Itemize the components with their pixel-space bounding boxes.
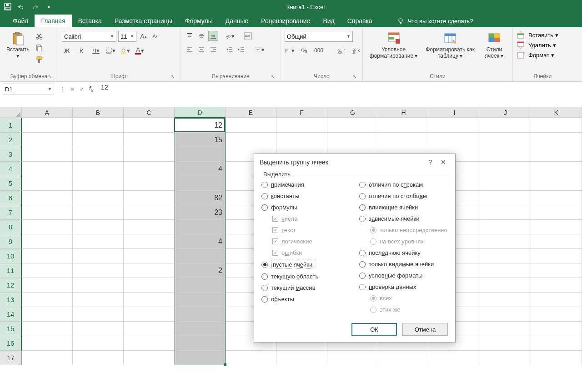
- cell[interactable]: [124, 249, 175, 263]
- tab-insert[interactable]: Вставка: [72, 15, 108, 27]
- cell[interactable]: [73, 176, 124, 191]
- radio-option[interactable]: отличия по строкам: [359, 181, 448, 188]
- cell[interactable]: [480, 133, 531, 147]
- radio-option[interactable]: условные форматы: [359, 272, 448, 279]
- radio-option[interactable]: проверка данных: [359, 283, 448, 290]
- cell[interactable]: [531, 205, 582, 220]
- col-header[interactable]: D: [175, 107, 226, 118]
- row-header[interactable]: 10: [0, 249, 22, 263]
- row-header[interactable]: 11: [0, 263, 22, 278]
- cell[interactable]: [531, 220, 582, 234]
- cell[interactable]: [429, 133, 480, 147]
- cell[interactable]: [22, 307, 73, 322]
- row-header[interactable]: 16: [0, 336, 22, 351]
- cell[interactable]: 82: [175, 191, 226, 205]
- cell[interactable]: [73, 249, 124, 263]
- copy-icon[interactable]: [34, 43, 44, 53]
- cell[interactable]: [531, 133, 582, 147]
- cell[interactable]: [124, 293, 175, 307]
- increase-indent-icon[interactable]: [236, 45, 246, 55]
- cut-icon[interactable]: [34, 31, 44, 41]
- tab-file[interactable]: Файл: [6, 15, 35, 27]
- conditional-formatting-button[interactable]: Условное форматирование ▾: [366, 29, 421, 61]
- cell[interactable]: [124, 176, 175, 191]
- row-header[interactable]: 3: [0, 147, 22, 162]
- cell[interactable]: [124, 162, 175, 176]
- number-format-combo[interactable]: Общий▼: [285, 31, 353, 42]
- radio-option[interactable]: зависимые ячейки: [359, 215, 448, 222]
- format-cells-button[interactable]: Формат ▾: [517, 51, 554, 59]
- row-header[interactable]: 14: [0, 307, 22, 322]
- radio-option[interactable]: текущую область: [261, 273, 350, 280]
- tab-help[interactable]: Справка: [341, 15, 379, 27]
- cell[interactable]: [124, 307, 175, 322]
- cell[interactable]: [22, 293, 73, 307]
- row-header[interactable]: 12: [0, 278, 22, 293]
- radio-option[interactable]: отличия по столбцам: [359, 193, 448, 199]
- col-header[interactable]: H: [378, 107, 429, 118]
- tab-data[interactable]: Данные: [219, 15, 255, 27]
- radio-option[interactable]: влияющие ячейки: [359, 204, 448, 211]
- dialog-launcher-icon[interactable]: ⤡: [270, 73, 276, 79]
- row-header[interactable]: 13: [0, 293, 22, 307]
- row-header[interactable]: 7: [0, 205, 22, 220]
- cancel-button[interactable]: Отмена: [402, 323, 448, 336]
- cell[interactable]: [531, 249, 582, 263]
- row-header[interactable]: 1: [0, 118, 22, 133]
- radio-option[interactable]: примечания: [261, 181, 350, 188]
- save-icon[interactable]: [4, 3, 12, 11]
- format-painter-icon[interactable]: [34, 55, 44, 65]
- radio-option[interactable]: пустые ячейки: [261, 261, 350, 268]
- row-header[interactable]: 17: [0, 351, 22, 365]
- cell[interactable]: [480, 191, 531, 205]
- cell[interactable]: [531, 162, 582, 176]
- border-icon[interactable]: ▾: [105, 45, 115, 55]
- align-left-icon[interactable]: [185, 45, 195, 55]
- cell[interactable]: [124, 278, 175, 293]
- cell[interactable]: [531, 118, 582, 133]
- decrease-font-icon[interactable]: A▾: [150, 31, 160, 41]
- formula-bar[interactable]: 12: [97, 82, 582, 107]
- cell[interactable]: 15: [175, 133, 226, 147]
- cell[interactable]: [124, 133, 175, 147]
- cell[interactable]: [276, 133, 327, 147]
- help-icon[interactable]: ?: [424, 159, 437, 166]
- cell[interactable]: [175, 147, 226, 162]
- row-header[interactable]: 6: [0, 191, 22, 205]
- cell[interactable]: [22, 118, 73, 133]
- cell[interactable]: [175, 307, 226, 322]
- cell[interactable]: [73, 133, 124, 147]
- paste-button[interactable]: Вставить▾: [4, 29, 32, 61]
- radio-option[interactable]: объекты: [261, 296, 350, 303]
- cell[interactable]: [73, 234, 124, 249]
- cell[interactable]: [175, 176, 226, 191]
- ok-button[interactable]: ОК: [351, 323, 397, 336]
- cell[interactable]: [175, 293, 226, 307]
- align-bottom-icon[interactable]: [208, 31, 218, 41]
- cell[interactable]: 23: [175, 205, 226, 220]
- cell[interactable]: [480, 205, 531, 220]
- font-size-combo[interactable]: 11▼: [118, 31, 136, 42]
- cell[interactable]: [480, 162, 531, 176]
- insert-cells-button[interactable]: Вставить ▾: [517, 31, 558, 39]
- align-center-icon[interactable]: [196, 45, 206, 55]
- cell[interactable]: [429, 118, 480, 133]
- cell[interactable]: [226, 351, 276, 365]
- cell[interactable]: [22, 162, 73, 176]
- cell[interactable]: [378, 351, 429, 365]
- cell[interactable]: [22, 351, 73, 365]
- align-middle-icon[interactable]: [196, 31, 206, 41]
- cell[interactable]: [124, 322, 175, 336]
- comma-icon[interactable]: 000: [314, 45, 324, 55]
- cell[interactable]: [531, 351, 582, 365]
- wrap-text-icon[interactable]: ab: [243, 31, 253, 41]
- merge-icon[interactable]: ▾: [255, 45, 265, 55]
- tab-formulas[interactable]: Формулы: [179, 15, 219, 27]
- percent-icon[interactable]: %: [299, 45, 309, 55]
- cell[interactable]: [73, 191, 124, 205]
- cell[interactable]: [22, 263, 73, 278]
- cell[interactable]: [531, 176, 582, 191]
- qat-customize-icon[interactable]: ▾: [45, 3, 53, 11]
- tab-view[interactable]: Вид: [316, 15, 341, 27]
- font-name-combo[interactable]: Calibri▼: [62, 31, 116, 42]
